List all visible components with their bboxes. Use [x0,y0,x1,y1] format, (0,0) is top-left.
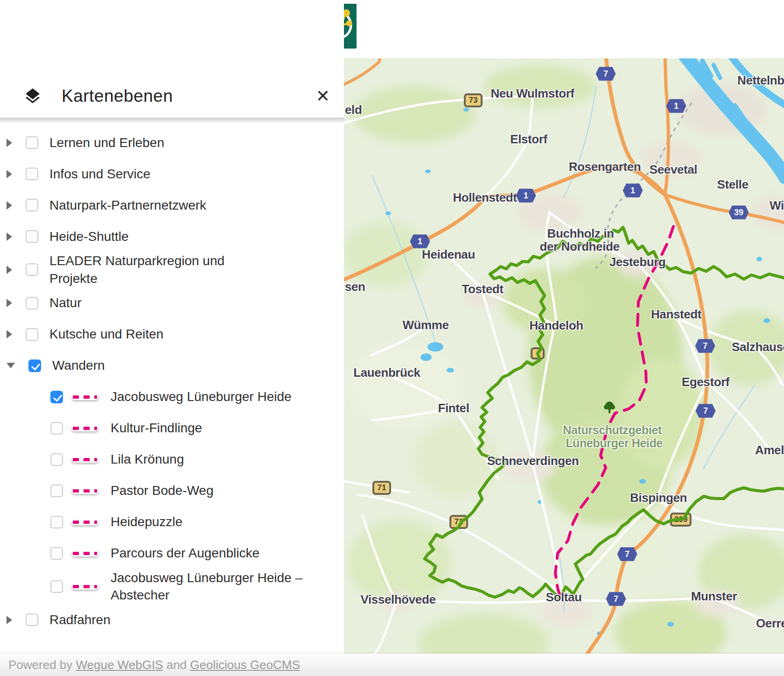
route-line-swatch-icon [71,550,98,556]
motorway-shield: 1 [623,183,643,198]
layer-checkbox[interactable] [50,391,63,403]
layer-checkbox[interactable] [50,422,63,435]
federal-road-shield: 73 [464,93,483,107]
layer-checkbox[interactable] [26,199,38,211]
map-place-label: Heidenau [422,247,475,262]
expand-arrow-icon[interactable] [7,330,12,338]
layer-group-item[interactable]: Naturpark-Partnernetzwerk [0,190,344,221]
expand-arrow-icon[interactable] [7,616,12,624]
footer-text-mid: and [163,658,190,672]
layer-group-item[interactable]: Infos und Service [0,158,344,190]
layer-list-item[interactable]: Kultur-Findlinge [0,413,344,444]
map-place-label: Lüneburger Heide [566,437,663,450]
expand-arrow-icon[interactable] [7,266,12,274]
layer-label: Parcours der Augenblicke [111,544,259,562]
expand-arrow-icon[interactable] [7,232,12,241]
route-line-swatch-icon [71,456,98,463]
layer-list-item[interactable]: Heidepuzzle [0,507,344,538]
layer-checkbox[interactable] [50,485,63,497]
layer-group-item[interactable]: LEADER Naturparkregion und Projekte [0,252,344,288]
motorway-shield: 1 [516,188,536,204]
layer-checkbox[interactable] [50,516,63,528]
motorway-shield: 7 [617,547,637,562]
close-icon[interactable]: ✕ [316,88,330,105]
map-place-label: Elstorf [510,132,547,147]
map-place-label: Egestorf [682,375,729,389]
map-canvas[interactable]: 71209 eldNeu WulmstorfNettelnburgElstorf… [344,58,784,654]
layer-label: Jacobusweg Lüneburger Heide [111,388,292,406]
layer-group-item[interactable]: Wandern [0,350,344,381]
collapse-arrow-icon[interactable] [7,363,15,368]
map-labels-layer: eldNeu WulmstorfNettelnburgElstorfRoseng… [344,58,784,654]
layer-checkbox[interactable] [26,168,38,180]
panel-header-shadow [0,118,344,123]
map-place-label: Fintel [438,401,469,415]
layer-checkbox[interactable] [26,328,38,341]
map-place-label: Wümme [402,318,448,332]
layer-label: Kultur-Findlinge [111,419,202,437]
app-window: Naturpark Lüneburger Heide Heide-Shuttle [0,0,784,676]
layer-checkbox[interactable] [26,136,38,149]
layer-checkbox[interactable] [50,547,63,560]
layer-list-item[interactable]: Lila Krönung [0,444,344,475]
layer-label: Heidepuzzle [111,513,182,531]
map-place-label: Hanstedt [651,307,701,322]
route-line-swatch-icon [71,425,98,431]
layer-checkbox[interactable] [26,297,38,310]
wegue-webgis-link[interactable]: Wegue WebGIS [76,658,163,672]
layer-checkbox[interactable] [26,613,38,626]
geolicious-geocms-link[interactable]: Geolicious GeoCMS [190,658,300,672]
layer-checkbox[interactable] [50,580,63,593]
expand-arrow-icon[interactable] [7,201,12,210]
route-line-swatch-icon [71,519,98,525]
layer-checkbox[interactable] [26,263,38,276]
layer-label: Kutsche und Reiten [49,325,163,343]
expand-arrow-icon[interactable] [7,139,12,147]
layer-list-item[interactable]: Parcours der Augenblicke [0,538,344,569]
footer: Powered by Wegue WebGIS and Geolicious G… [0,654,784,676]
map-place-label: Lauenbrück [353,366,420,380]
motorway-shield: 39 [729,205,749,220]
layer-label: Radfahren [49,611,111,629]
expand-arrow-icon[interactable] [7,299,12,307]
layer-group-item[interactable]: Radfahren [0,604,344,635]
map-place-label: Schneverdingen [487,454,579,468]
layer-group-item[interactable]: Kutsche und Reiten [0,319,344,350]
layer-label: Pastor Bode-Weg [111,482,214,500]
map-place-label: Winsen [770,198,784,213]
layer-label: Lila Krönung [111,451,184,468]
expand-arrow-icon[interactable] [7,170,12,178]
map-place-label: Hollenstedt [453,190,517,205]
map-place-label: Buchholz in [547,226,614,241]
motorway-shield: 7 [596,66,616,82]
motorway-shield: 1 [410,234,430,249]
footer-text: Powered by [8,658,76,672]
tree-icon [603,401,616,414]
layer-group-item[interactable]: Lernen und Erleben [0,127,344,158]
layer-list: Lernen und ErlebenInfos und ServiceNatur… [0,127,344,635]
route-line-swatch-icon [71,487,98,494]
layer-group-item[interactable]: Natur [0,288,344,319]
layers-icon [23,87,42,106]
map-place-label: Stelle [717,177,749,192]
map-place-label: Nettelnburg [737,73,784,88]
layer-label: Jacobusweg Lüneburger Heide – Abstecher [111,569,311,605]
layer-label: Natur [49,294,81,312]
layer-checkbox[interactable] [26,230,38,243]
layer-list-item[interactable]: Jacobusweg Lüneburger Heide – Abstecher [0,569,344,605]
route-line-swatch-icon [71,583,98,590]
map-place-label: Neu Wulmstorf [490,86,574,101]
layer-list-item[interactable]: Jacobusweg Lüneburger Heide [0,381,344,413]
layer-checkbox[interactable] [50,453,63,466]
layer-label: Infos und Service [49,165,150,183]
map-place-label: Salzhausen [732,340,784,354]
layer-label: Wandern [52,357,105,374]
layer-list-item[interactable]: Pastor Bode-Weg [0,475,344,507]
motorway-shield: 1 [666,99,686,114]
layer-checkbox[interactable] [28,359,41,372]
layer-group-item[interactable]: Heide-Shuttle [0,221,344,252]
map-place-label: Rosengarten [569,160,641,174]
layer-label: Heide-Shuttle [49,228,129,246]
motorway-shield: 7 [696,403,716,419]
map-place-label: der Nordheide [539,239,619,254]
